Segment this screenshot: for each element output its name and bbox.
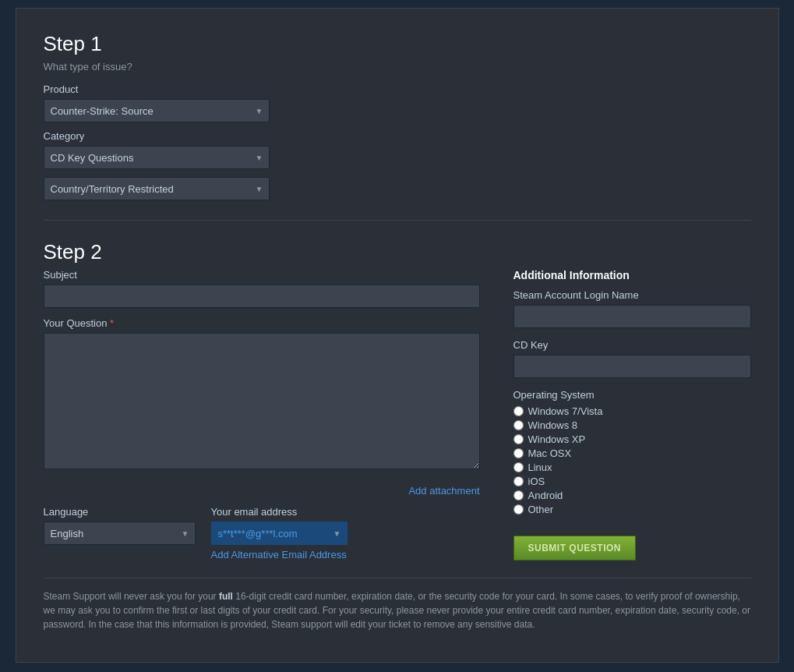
os-radio-ios: iOS [513, 476, 751, 487]
question-textarea[interactable] [44, 333, 480, 469]
subcategory-select[interactable]: Country/Territory Restricted Lost CD Key… [44, 177, 270, 200]
os-label-android: Android [528, 490, 563, 501]
subject-label: Subject [44, 269, 490, 281]
os-title: Operating System [513, 389, 751, 401]
step1-subtitle: What type of issue? [44, 61, 751, 73]
step2-section: Step 2 Subject Your Question * Add attac… [44, 240, 751, 631]
step2-layout: Subject Your Question * Add attachment L… [44, 269, 751, 561]
language-label: Language [44, 506, 196, 518]
os-radio-macosx-input[interactable] [513, 448, 524, 458]
category-select-wrapper: CD Key Questions Technical Support Accou… [44, 146, 270, 169]
disclaimer-bold: full [219, 591, 233, 602]
os-radio-linux: Linux [513, 462, 751, 473]
submit-area: SUBMIT QUESTION [513, 518, 751, 561]
fields-row: Language English French German Spanish R… [44, 506, 490, 561]
language-select-wrapper: English French German Spanish Russian Po… [44, 522, 196, 545]
os-radio-android-input[interactable] [513, 490, 524, 500]
step1-title: Step 1 [44, 32, 751, 56]
os-radio-windowsxp: Windows XP [513, 433, 751, 445]
language-select[interactable]: English French German Spanish Russian Po… [44, 522, 196, 545]
subject-input[interactable] [44, 285, 480, 308]
attachment-row: Add attachment [44, 481, 480, 497]
os-radio-windows7: Windows 7/Vista [513, 405, 751, 417]
category-label: Category [44, 130, 751, 142]
email-label: Your email address [211, 506, 348, 518]
question-label: Your Question * [44, 317, 490, 329]
additional-info-title: Additional Information [513, 269, 751, 281]
steam-login-field: Steam Account Login Name [513, 289, 751, 328]
add-attachment-link[interactable]: Add attachment [408, 485, 479, 497]
os-label-windows7: Windows 7/Vista [528, 405, 603, 417]
cd-key-field: CD Key [513, 339, 751, 378]
os-radio-linux-input[interactable] [513, 462, 524, 472]
step2-title: Step 2 [44, 240, 751, 264]
os-radio-macosx: Mac OSX [513, 447, 751, 459]
os-radio-windows8-input[interactable] [513, 420, 524, 430]
cd-key-label: CD Key [513, 339, 751, 351]
os-label-windowsxp: Windows XP [528, 433, 586, 445]
subcategory-select-wrapper: Country/Territory Restricted Lost CD Key… [44, 177, 270, 200]
email-select[interactable]: s**t***@g***l.com [211, 522, 348, 545]
product-select-wrapper: Counter-Strike: Source Team Fortress 2 D… [44, 99, 270, 122]
os-radio-windows8: Windows 8 [513, 419, 751, 431]
steam-login-input[interactable] [513, 305, 751, 328]
email-field: Your email address s**t***@g***l.com Add… [211, 506, 348, 561]
product-select[interactable]: Counter-Strike: Source Team Fortress 2 D… [44, 99, 270, 122]
os-radio-windows7-input[interactable] [513, 406, 524, 416]
os-radio-ios-input[interactable] [513, 476, 524, 486]
disclaimer: Steam Support will never ask you for you… [44, 578, 751, 631]
cd-key-input[interactable] [513, 355, 751, 378]
main-container: Step 1 What type of issue? Product Count… [16, 8, 779, 663]
step2-right: Additional Information Steam Account Log… [513, 269, 751, 561]
step-divider [44, 220, 751, 221]
steam-login-label: Steam Account Login Name [513, 289, 751, 301]
os-label-windows8: Windows 8 [528, 419, 578, 431]
add-alt-email-link[interactable]: Add Alternative Email Address [211, 549, 348, 561]
category-select[interactable]: CD Key Questions Technical Support Accou… [44, 146, 270, 169]
submit-button[interactable]: SUBMIT QUESTION [513, 536, 637, 561]
os-label-linux: Linux [528, 462, 552, 473]
os-radio-other: Other [513, 504, 751, 515]
os-radio-android: Android [513, 490, 751, 501]
os-label-macosx: Mac OSX [528, 447, 572, 459]
os-label-ios: iOS [528, 476, 545, 487]
step2-left: Subject Your Question * Add attachment L… [44, 269, 490, 561]
os-label-other: Other [528, 504, 554, 515]
product-label: Product [44, 83, 751, 95]
language-field: Language English French German Spanish R… [44, 506, 196, 545]
os-section: Operating System Windows 7/Vista Windows… [513, 389, 751, 515]
os-radio-windowsxp-input[interactable] [513, 434, 524, 444]
step1-section: Step 1 What type of issue? Product Count… [44, 32, 751, 200]
email-select-wrapper: s**t***@g***l.com [211, 522, 348, 545]
question-required: * [107, 317, 114, 329]
os-radio-other-input[interactable] [513, 504, 524, 515]
